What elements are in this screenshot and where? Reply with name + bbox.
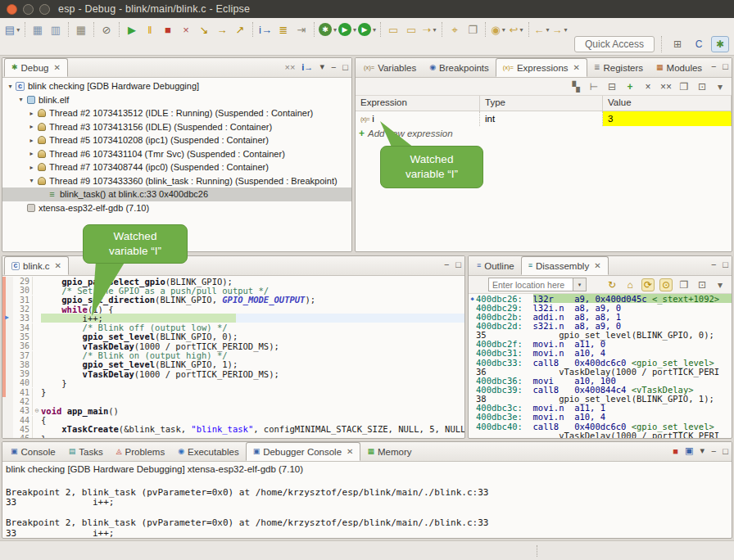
last-edit-location-icon[interactable]: ↩▾ [508,21,524,38]
build-icon[interactable]: ▦ [73,21,89,38]
tab-tasks[interactable]: ▤ Tasks [62,442,110,461]
code-line-36[interactable]: 36 vTaskDelay(1000 / portTICK_PERIOD_MS)… [2,341,464,350]
run-icon[interactable]: ▶▾ [338,21,356,38]
resume-icon[interactable]: ▶ [124,21,140,38]
minimize-icon[interactable]: − [711,260,716,269]
debug-tree-row[interactable]: ▸Thread #2 1073413512 (IDLE : Running) (… [2,106,351,120]
pin-editor-icon[interactable]: ◉▾ [490,21,506,38]
new-wizard-icon[interactable]: ▤▾ [4,21,20,38]
column-expression[interactable]: Expression [356,96,480,111]
tab-blink-c[interactable]: c blink.c ✕ [4,256,69,275]
disassembly-source-line[interactable]: 35 gpio_set_level(BLINK_GPIO, 0); [469,331,732,340]
close-icon[interactable]: ✕ [53,63,60,72]
tab-outline[interactable]: ≡ Outline [470,256,521,275]
tab-expressions[interactable]: (x)= Expressions ✕ [496,58,587,77]
code-line-35[interactable]: 35 gpio_set_level(BLINK_GPIO, 0); [2,332,464,341]
home-icon[interactable]: ⌂ [623,278,637,291]
disassembly-instruction[interactable]: 400dbc3c: movi.n a11, 1 [469,404,732,413]
disassembly-instruction[interactable]: 400dbc33: call8 0x400dc6c0 <gpio_set_lev… [469,358,732,367]
terminate-icon[interactable]: ■ [160,21,176,38]
maximize-icon[interactable]: □ [723,61,728,71]
code-line-42[interactable]: 42 [2,397,464,406]
tab-modules[interactable]: ▦ Modules [650,58,709,77]
window-minimize-button[interactable] [23,4,34,15]
maximize-icon[interactable]: □ [342,62,348,72]
track-expression-icon[interactable]: ⟳ [641,278,655,291]
export-icon[interactable]: ⊡ [695,80,709,93]
show-type-names-icon[interactable]: ▚ [569,80,582,93]
code-line-45[interactable]: 45 xTaskCreate(&blink_task, "blink_task"… [2,425,464,434]
expand-arrow-icon[interactable]: ▸ [27,150,36,157]
forward-icon[interactable]: →▾ [551,21,568,38]
debug-tree-row[interactable]: ▸Thread #7 1073408744 (ipc0) (Suspended … [2,160,351,174]
remove-expression-icon[interactable]: × [641,80,655,93]
remove-all-expressions-icon[interactable]: ×× [659,80,673,93]
expand-arrow-icon[interactable]: ▸ [27,137,36,144]
skip-all-breakpoints-icon[interactable]: ⊘ [98,21,115,38]
code-line-38[interactable]: 38 gpio_set_level(BLINK_GPIO, 1); [2,360,464,369]
location-dropdown-icon[interactable]: ▾ [573,278,587,291]
pin-icon[interactable]: ⊡ [695,278,709,291]
console-menu-icon[interactable]: ▾ [700,445,705,456]
fold-collapse-icon[interactable]: ⊖ [33,407,41,414]
collapse-all-icon[interactable]: ⊟ [605,80,618,93]
window-maximize-button[interactable] [39,4,50,15]
editor-code[interactable]: 29 gpio_pad_select_gpio(BLINK_GPIO);30 /… [2,276,464,438]
step-over-icon[interactable]: → [214,21,230,38]
code-line-33[interactable]: ▶33 i++; [2,314,464,323]
close-icon[interactable]: ✕ [573,63,580,72]
close-icon[interactable]: ✕ [55,261,61,270]
debug-tree-row[interactable]: ≡blink_task() at blink.c:33 0x400dbc26 [2,187,351,201]
disassembly-instruction[interactable]: 400dbc31: movi.n a10, 4 [469,349,732,358]
code-line-32[interactable]: 32 while(1) { [2,305,464,314]
code-line-41[interactable]: 41} [2,388,464,397]
view-menu-icon[interactable]: ▾ [319,61,324,72]
disassembly-instruction[interactable]: 400dbc39: call8 0x400844c4 <vTaskDelay> [469,385,732,394]
expand-arrow-icon[interactable]: ▾ [6,83,15,90]
view-menu-icon[interactable]: ▾ [714,80,727,93]
search-icon[interactable]: ⌖ [446,21,463,38]
code-line-46[interactable]: 46} [2,434,464,438]
column-value[interactable]: Value [603,96,732,111]
code-line-39[interactable]: 39 vTaskDelay(1000 / portTICK_PERIOD_MS)… [2,369,464,378]
debug-tree-row[interactable]: ▾cblink checking [GDB Hardware Debugging… [2,79,351,93]
instruction-stepping-mode-icon[interactable]: i→ [301,62,313,72]
window-close-button[interactable] [7,4,17,15]
expand-arrow-icon[interactable]: ▾ [27,177,36,184]
maximize-icon[interactable]: □ [723,260,728,269]
tab-debug[interactable]: ✱ Debug ✕ [4,58,68,77]
column-type[interactable]: Type [480,96,603,111]
disconnect-icon[interactable]: × [178,21,194,38]
code-line-37[interactable]: 37 /* Blink on (output high) */ [2,350,464,359]
terminate-icon[interactable]: ■ [673,446,678,456]
refresh-icon[interactable]: ↻ [605,278,618,291]
display-selected-console-icon[interactable]: ▣ [685,445,693,456]
tab-breakpoints[interactable]: ◉ Breakpoints [423,58,496,77]
disassembly-instruction[interactable]: ◆400dbc26: l32r a9, 0x400d045c <_stext+1… [469,294,732,303]
disassembly-source-line[interactable]: 36 vTaskDelay(1000 / portTICK_PERI [469,367,732,376]
tab-disassembly[interactable]: ≡ Disassembly ✕ [521,256,609,275]
save-all-icon[interactable]: ▥ [48,21,64,38]
disassembly-listing[interactable]: ◆400dbc26: l32r a9, 0x400d045c <_stext+1… [469,294,732,438]
disassembly-instruction[interactable]: 400dbc3e: movi.n a10, 4 [469,413,732,422]
launch-icon[interactable]: ➝▾ [421,21,437,38]
minimize-icon[interactable]: − [711,61,716,71]
use-step-filters-icon[interactable]: ⇥ [293,21,310,38]
step-into-icon[interactable]: ↘ [196,21,212,38]
minimize-icon[interactable]: − [331,62,336,72]
external-tools-icon[interactable]: ▶▾ [358,21,376,38]
open-perspective-button[interactable]: ⊞ [668,36,686,52]
step-return-icon[interactable]: ↗ [232,21,248,38]
expand-arrow-icon[interactable]: ▾ [16,96,25,103]
code-line-31[interactable]: 31 gpio_set_direction(BLINK_GPIO, GPIO_M… [2,296,464,305]
debug-tree-row[interactable]: xtensa-esp32-elf-gdb (7.10) [2,201,351,215]
tab-registers[interactable]: ≣ Registers [587,58,650,77]
disassembly-instruction[interactable]: 400dbc29: l32i.n a8, a9, 0 [469,303,732,312]
maximize-icon[interactable]: □ [455,260,461,269]
close-icon[interactable]: ✕ [347,447,353,456]
debug-icon[interactable]: ✱▾ [319,21,337,38]
debug-tree-row[interactable]: ▾Thread #9 1073433360 (blink_task : Runn… [2,174,351,188]
tab-problems[interactable]: ◬ Problems [110,442,172,461]
suspend-icon[interactable]: ‖ [142,21,158,38]
view-menu-icon[interactable]: ▾ [714,278,727,291]
